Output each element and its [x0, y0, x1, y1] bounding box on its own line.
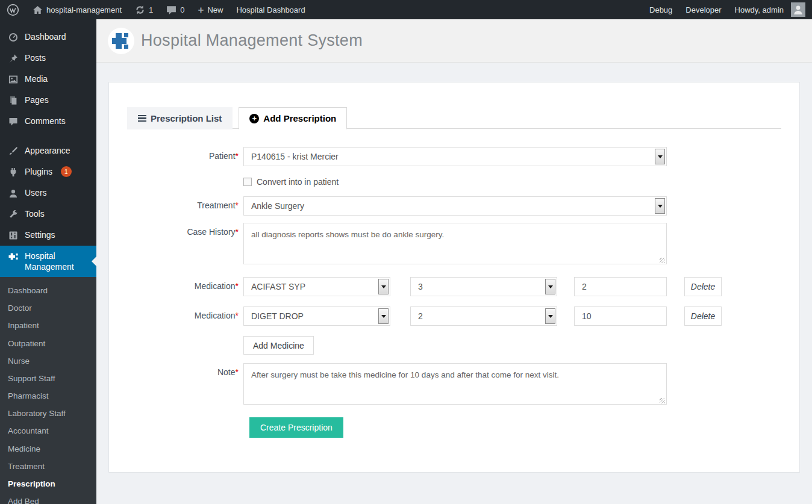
days-input[interactable]: [574, 306, 667, 326]
avatar: [791, 2, 805, 17]
hospital-dashboard-link[interactable]: Hospital Dashboard: [230, 0, 311, 19]
submenu-item-add-bed[interactable]: Add Bed: [0, 493, 96, 504]
hospital-management-submenu: Dashboard Doctor Inpatient Outpatient Nu…: [0, 277, 96, 504]
medicine-select-value: DIGET DROP: [251, 311, 304, 321]
case-history-row: Case History* all diagnosis reports show…: [127, 223, 781, 266]
comments-icon: [8, 116, 19, 127]
tab-prescription-list[interactable]: Prescription List: [127, 107, 233, 129]
tab-add-prescription[interactable]: + Add Prescription: [239, 107, 347, 129]
site-name-label: hospital-management: [46, 5, 122, 14]
plugins-update-badge: 1: [61, 166, 72, 177]
medicine-select-value: ACIFAST SYP: [251, 282, 305, 291]
sidebar-item-label: Dashboard: [25, 31, 66, 42]
home-icon: [33, 5, 43, 15]
submenu-item-prescription[interactable]: Prescription: [0, 476, 96, 493]
comment-count: 0: [180, 5, 184, 14]
sidebar-item-dashboard[interactable]: Dashboard: [0, 26, 96, 48]
comment-bubble-icon: [166, 5, 176, 15]
dosage-select-value: 2: [418, 311, 423, 321]
comments-menu[interactable]: 0: [160, 0, 191, 19]
days-input[interactable]: [574, 277, 667, 296]
sidebar-item-pages[interactable]: Pages: [0, 90, 96, 111]
note-row: Note* After surgery must be take this me…: [127, 363, 781, 406]
new-label: New: [207, 5, 223, 14]
submenu-item-laboratory-staff[interactable]: Laboratory Staff: [0, 405, 96, 422]
debug-label: Debug: [649, 5, 672, 14]
submenu-item-pharmacist[interactable]: Pharmacist: [0, 388, 96, 405]
sidebar-item-posts[interactable]: Posts: [0, 48, 96, 69]
dosage-select-value: 3: [418, 282, 423, 291]
submenu-item-nurse[interactable]: Nurse: [0, 353, 96, 370]
menu-separator: [0, 132, 96, 140]
medication-label: Medication*: [127, 277, 239, 296]
tab-bar: Prescription List + Add Prescription: [127, 107, 781, 129]
media-icon: [8, 74, 19, 85]
required-asterisk: *: [236, 227, 239, 237]
medication-row: Medication* DIGET DROP 2: [127, 306, 781, 326]
medication-row: Medication* ACIFAST SYP 3: [127, 277, 781, 296]
dashboard-icon: [8, 32, 19, 43]
required-asterisk: *: [236, 281, 239, 291]
required-asterisk: *: [236, 151, 239, 161]
debug-menu[interactable]: Debug: [643, 0, 679, 19]
treatment-label: Treatment*: [127, 196, 239, 216]
settings-icon: [8, 230, 19, 241]
dosage-select[interactable]: 3: [410, 277, 557, 296]
delete-medication-button[interactable]: Delete: [684, 277, 722, 296]
sidebar-item-plugins[interactable]: Plugins 1: [0, 161, 96, 182]
submenu-item-outpatient[interactable]: Outpatient: [0, 335, 96, 352]
updates-menu[interactable]: 1: [128, 0, 160, 19]
treatment-select[interactable]: Ankle Surgery: [243, 196, 667, 216]
sidebar-item-users[interactable]: Users: [0, 182, 96, 204]
patient-select[interactable]: P140615 - krist Mercier: [243, 147, 667, 166]
dropdown-arrow-icon: [545, 279, 555, 294]
dropdown-arrow-icon: [378, 279, 389, 294]
submenu-item-medicine[interactable]: Medicine: [0, 441, 96, 458]
hospital-logo-icon: [108, 28, 134, 54]
note-wrap: After surgery must be take this medicine…: [243, 363, 667, 406]
sidebar-item-comments[interactable]: Comments: [0, 111, 96, 132]
admin-bar: hospital-management 1 0 + New Hospital D…: [0, 0, 812, 19]
sidebar-item-tools[interactable]: Tools: [0, 204, 96, 225]
case-history-textarea[interactable]: all diagnosis reports shows must be do a…: [243, 223, 667, 264]
new-content-menu[interactable]: + New: [192, 0, 230, 19]
wordpress-logo-menu[interactable]: [0, 0, 26, 19]
plug-icon: [8, 167, 19, 178]
submenu-item-treatment[interactable]: Treatment: [0, 458, 96, 475]
sidebar-item-appearance[interactable]: Appearance: [0, 140, 96, 161]
create-prescription-button[interactable]: Create Prescription: [249, 417, 343, 438]
dosage-select[interactable]: 2: [410, 306, 557, 326]
medicine-select[interactable]: DIGET DROP: [243, 306, 390, 326]
sidebar-item-media[interactable]: Media: [0, 69, 96, 90]
tab-label: Prescription List: [151, 113, 222, 123]
plus-icon: +: [198, 5, 204, 15]
sidebar-item-label: Appearance: [25, 145, 70, 156]
sidebar-item-hospital-management[interactable]: Hospital Management: [0, 246, 96, 277]
submenu-item-inpatient[interactable]: Inpatient: [0, 317, 96, 334]
sidebar-item-label: Media: [25, 73, 48, 84]
add-medicine-button[interactable]: Add Medicine: [243, 336, 314, 355]
hospital-dashboard-label: Hospital Dashboard: [236, 5, 305, 14]
medicine-select[interactable]: ACIFAST SYP: [243, 277, 390, 296]
admin-sidebar: Dashboard Posts Media Pages Comments App…: [0, 19, 96, 504]
submenu-item-doctor[interactable]: Doctor: [0, 300, 96, 317]
patient-row: Patient* P140615 - krist Mercier: [127, 147, 781, 166]
convert-checkbox[interactable]: [243, 178, 252, 186]
submit-row: Create Prescription: [127, 417, 781, 438]
submenu-item-dashboard[interactable]: Dashboard: [0, 282, 96, 299]
developer-menu[interactable]: Developer: [679, 0, 728, 19]
note-label: Note*: [127, 363, 239, 406]
my-account-menu[interactable]: Howdy, admin: [728, 0, 812, 19]
site-name-link[interactable]: hospital-management: [26, 0, 128, 19]
add-medicine-row: Add Medicine: [127, 336, 781, 355]
update-count: 1: [149, 5, 153, 14]
dropdown-arrow-icon: [378, 308, 389, 324]
submenu-item-support-staff[interactable]: Support Staff: [0, 370, 96, 387]
sidebar-item-label: Tools: [25, 208, 45, 219]
sidebar-item-settings[interactable]: Settings: [0, 225, 96, 246]
note-textarea[interactable]: After surgery must be take this medicine…: [243, 363, 667, 405]
submenu-item-accountant[interactable]: Accountant: [0, 423, 96, 440]
content-area: Hospital Management System Prescription …: [96, 19, 812, 504]
delete-medication-button[interactable]: Delete: [684, 306, 722, 326]
convert-checkbox-label: Convert into in patient: [257, 177, 339, 187]
